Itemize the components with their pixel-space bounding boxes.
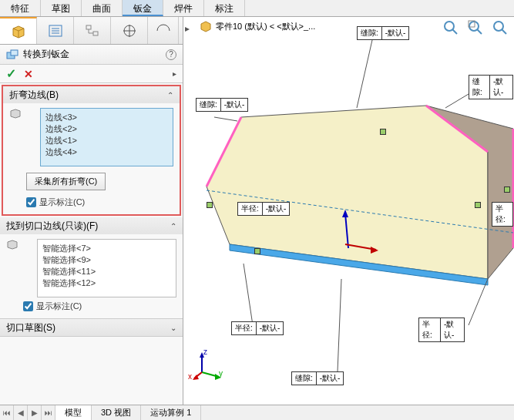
bend-edges-group: 折弯边线(B) ⌃ 边线<3> 边线<2> 边线<1> 边线<4> 采集所有折弯…: [2, 85, 181, 216]
svg-line-39: [469, 279, 488, 325]
callout-gap[interactable]: 缝隙:-默认-: [357, 26, 409, 40]
menu-weldment[interactable]: 焊件: [163, 0, 204, 16]
callout-radius[interactable]: 半径:: [492, 202, 513, 227]
drag-handle[interactable]: [207, 202, 213, 208]
list-item[interactable]: 智能选择<7>: [42, 243, 171, 254]
svg-line-38: [338, 279, 341, 371]
menu-features[interactable]: 特征: [0, 0, 41, 16]
svg-line-35: [214, 117, 237, 121]
tab-scroll-last[interactable]: ⏭: [42, 405, 55, 420]
callout-radius[interactable]: 半径:-默认-: [418, 318, 465, 342]
property-panel: 转换到钣金 ? ✓ ✕ ▸ 折弯边线(B) ⌃ 边线<3> 边线<2>: [0, 17, 183, 408]
tab-3dview[interactable]: 3D 视图: [92, 405, 141, 420]
panel-title: 转换到钣金: [23, 48, 166, 61]
drag-handle[interactable]: [475, 202, 481, 208]
svg-rect-9: [93, 32, 98, 35]
menu-bar: 特征 草图 曲面 钣金 焊件 标注: [0, 0, 514, 17]
tab-model[interactable]: 模型: [55, 405, 92, 420]
list-item[interactable]: 边线<1>: [45, 135, 168, 146]
bend-edges-list[interactable]: 边线<3> 边线<2> 边线<1> 边线<4>: [40, 108, 173, 166]
menu-surface[interactable]: 曲面: [82, 0, 123, 16]
callout-radius[interactable]: 半径:-默认-: [231, 321, 284, 335]
list-item[interactable]: 智能选择<9>: [42, 254, 171, 266]
config-tab[interactable]: [74, 17, 111, 44]
callout-gap[interactable]: 缝隙:-默认-: [196, 98, 248, 112]
svg-marker-17: [11, 109, 20, 118]
ok-button[interactable]: ✓: [6, 66, 16, 81]
menu-annotation[interactable]: 标注: [204, 0, 245, 16]
collapse-icon: ⌃: [167, 91, 173, 99]
tab-scroll-first[interactable]: ⏮: [0, 405, 14, 420]
edge-icon: [9, 108, 23, 120]
sheetmetal-icon: [6, 49, 18, 60]
cube-icon: [10, 24, 27, 39]
tab-scroll-next[interactable]: ▶: [28, 405, 42, 420]
rip-edges-list[interactable]: 智能选择<7> 智能选择<9> 智能选择<11> 智能选择<12>: [37, 239, 176, 297]
list-icon: [47, 23, 64, 39]
tree-icon: [84, 23, 101, 39]
callout-gap[interactable]: 缝隙:-默认-: [291, 371, 344, 385]
collect-bends-button[interactable]: 采集所有折弯(C): [26, 173, 106, 190]
rip-edges-header[interactable]: 找到切口边线(只读)(F) ⌃: [0, 217, 183, 234]
svg-line-34: [357, 40, 372, 108]
svg-rect-8: [86, 25, 91, 29]
list-item[interactable]: 边线<2>: [45, 123, 168, 135]
svg-rect-16: [11, 50, 18, 55]
drag-handle[interactable]: [380, 129, 386, 135]
tab-motion[interactable]: 运动算例 1: [141, 405, 201, 420]
feature-manager-tab[interactable]: [0, 17, 37, 44]
edge-icon: [6, 239, 20, 251]
svg-line-36: [445, 94, 469, 108]
show-callouts-checkbox-2[interactable]: 显示标注(C): [23, 301, 176, 312]
cancel-button[interactable]: ✕: [24, 68, 33, 80]
svg-line-37: [244, 264, 253, 325]
panel-tab-bar: [0, 17, 183, 45]
drag-handle[interactable]: [254, 248, 260, 254]
rip-edges-group: 找到切口边线(只读)(F) ⌃ 智能选择<7> 智能选择<9> 智能选择<11>…: [0, 217, 183, 319]
list-item[interactable]: 边线<3>: [45, 112, 168, 123]
menu-sketch[interactable]: 草图: [41, 0, 82, 16]
list-item[interactable]: 边线<4>: [45, 146, 168, 158]
panel-title-bar: 转换到钣金 ?: [0, 45, 183, 65]
svg-marker-18: [8, 240, 17, 249]
more-tab[interactable]: [148, 17, 179, 44]
menu-sheetmetal[interactable]: 钣金: [123, 0, 163, 16]
help-icon[interactable]: ?: [166, 49, 176, 60]
view-triad: z y x: [193, 351, 223, 384]
expand-icon: ⌄: [170, 324, 176, 332]
property-tab[interactable]: [37, 17, 74, 44]
list-item[interactable]: 智能选择<12>: [42, 277, 171, 289]
collapse-icon: ⌃: [170, 222, 176, 230]
callout-radius[interactable]: 半径:-默认-: [237, 202, 290, 216]
half-circle-icon: [156, 23, 171, 39]
show-callouts-checkbox-1[interactable]: 显示标注(C): [26, 197, 173, 208]
bottom-tab-bar: ⏮ ◀ ▶ ⏭ 模型 3D 视图 运动算例 1: [0, 405, 514, 420]
target-icon: [121, 23, 138, 39]
callout-gap[interactable]: 缝隙:-默认-: [469, 75, 513, 99]
dimxpert-tab[interactable]: [111, 17, 148, 44]
pin-icon[interactable]: ▸: [173, 69, 176, 78]
3d-viewport[interactable]: ▸ 零件10 (默认) < <默认>_...: [183, 17, 514, 408]
rip-sketch-header[interactable]: 切口草图(S) ⌄: [0, 319, 183, 336]
tab-scroll-prev[interactable]: ◀: [14, 405, 28, 420]
drag-handle[interactable]: [504, 186, 510, 193]
rip-sketch-group: 切口草图(S) ⌄: [0, 319, 183, 337]
list-item[interactable]: 智能选择<11>: [42, 266, 171, 277]
ok-cancel-bar: ✓ ✕ ▸: [0, 65, 183, 83]
bend-edges-header[interactable]: 折弯边线(B) ⌃: [3, 86, 180, 103]
